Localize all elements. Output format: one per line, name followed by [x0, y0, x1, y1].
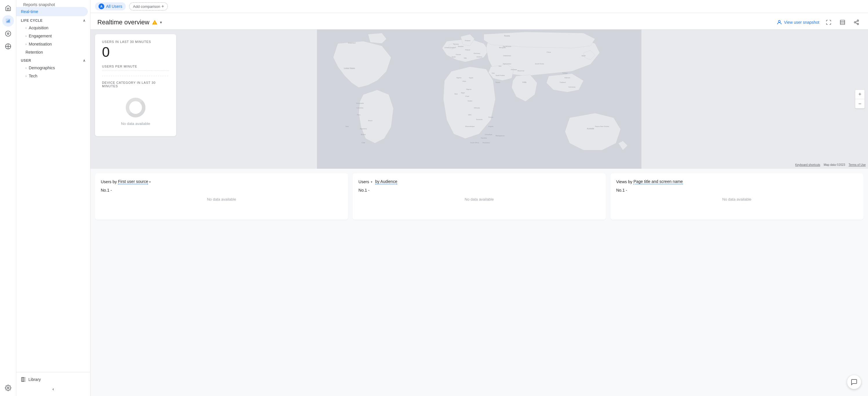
lifecycle-section[interactable]: Life cycle ∧	[16, 16, 90, 24]
view-snapshot-btn[interactable]: View user snapshot	[776, 20, 819, 25]
reports-icon-btn[interactable]	[2, 15, 14, 27]
chart-options-btn[interactable]	[838, 18, 847, 27]
demographics-chevron: ›	[26, 66, 26, 69]
svg-text:Germany: Germany	[473, 53, 480, 54]
engagement-chevron: ›	[26, 34, 26, 38]
card-3-no-data: No data available	[616, 192, 858, 206]
fullscreen-btn[interactable]	[824, 18, 833, 27]
svg-text:Uzbekistan: Uzbekistan	[503, 55, 511, 57]
keyboard-shortcuts-link[interactable]: Keyboard shortcuts	[795, 163, 820, 166]
svg-text:Egypt: Egypt	[469, 77, 473, 79]
content-header: Realtime overview ▾ View user snapshot	[90, 13, 868, 30]
card-3-row: No.1 -	[616, 188, 858, 192]
no-data-label: No data available	[121, 121, 150, 126]
svg-text:Peru: Peru	[357, 114, 361, 116]
avatar: A	[98, 3, 104, 9]
svg-text:Argentina: Argentina	[360, 128, 367, 129]
icon-bar	[0, 0, 16, 396]
add-comparison-btn[interactable]: Add comparison +	[129, 2, 168, 10]
page-title-link[interactable]: Page title and screen name	[633, 179, 683, 184]
svg-text:Poland: Poland	[465, 49, 470, 51]
all-users-chip[interactable]: A All Users	[95, 2, 126, 10]
svg-text:United States: United States	[344, 67, 355, 69]
tech-chevron: ›	[26, 74, 26, 78]
user-section[interactable]: User ∧	[16, 56, 90, 64]
map-attribution: Keyboard shortcuts Map data ©2023 Terms …	[795, 163, 866, 166]
sidebar-item-engagement[interactable]: › Engagement	[16, 32, 90, 40]
svg-text:China: China	[547, 51, 551, 53]
svg-text:Libya: Libya	[462, 80, 466, 82]
world-map-svg: Russia United States Germany France Pola…	[90, 30, 868, 169]
svg-text:Sudan: Sudan	[468, 100, 472, 102]
svg-point-10	[778, 20, 780, 22]
terms-of-use-link[interactable]: Terms of Use	[848, 163, 866, 166]
mini-chart	[102, 70, 169, 76]
svg-text:Iraq: Iraq	[492, 72, 495, 74]
svg-text:Saudi Arabia: Saudi Arabia	[495, 74, 505, 76]
page-title: Realtime overview ▾	[97, 19, 162, 26]
svg-text:Russia: Russia	[504, 35, 510, 37]
add-icon: +	[161, 4, 164, 9]
svg-text:Tanzania: Tanzania	[476, 119, 483, 120]
card-2-title: Users ▾ by Audience	[359, 179, 600, 184]
sidebar-item-acquisition[interactable]: › Acquisition	[16, 24, 90, 32]
sidebar-item-demographics[interactable]: › Demographics	[16, 64, 90, 72]
svg-text:Colombia: Colombia	[356, 107, 364, 109]
svg-text:Kenya: Kenya	[489, 116, 493, 118]
svg-rect-3	[9, 20, 9, 22]
zoom-out-btn[interactable]: −	[855, 99, 865, 109]
card-audience: Users ▾ by Audience No.1 - No data avail…	[352, 173, 606, 220]
stats-card: USERS IN LAST 30 MINUTES 0 USERS PER MIN…	[95, 34, 176, 136]
reports-snapshot-header: Reports snapshot	[16, 0, 90, 7]
map-container: Russia United States Germany France Pola…	[90, 30, 868, 169]
home-icon-btn[interactable]	[2, 2, 14, 14]
svg-text:South Korea: South Korea	[535, 63, 544, 65]
lifecycle-chevron-up: ∧	[83, 19, 86, 23]
card-1-no-data: No data available	[101, 192, 342, 206]
first-user-source-link[interactable]: First user source	[118, 179, 148, 184]
sidebar-library-item[interactable]: Library	[16, 374, 90, 385]
svg-rect-9	[23, 377, 24, 382]
donut-chart: No data available	[102, 91, 169, 130]
title-dropdown-arrow[interactable]: ▾	[160, 20, 162, 25]
svg-text:Indonesia: Indonesia	[568, 86, 576, 88]
chat-fab[interactable]	[847, 375, 861, 389]
sidebar-item-tech[interactable]: › Tech	[16, 72, 90, 80]
svg-point-15	[855, 22, 856, 23]
sidebar-item-monetisation[interactable]: › Monetisation	[16, 40, 90, 48]
svg-text:Norway: Norway	[454, 43, 459, 45]
sidebar-footer: Library ‹	[16, 372, 90, 396]
snapshot-person-icon	[776, 20, 782, 25]
zoom-in-btn[interactable]: +	[855, 90, 865, 99]
explore-icon-btn[interactable]	[2, 28, 14, 39]
collapse-chevron: ‹	[53, 387, 54, 391]
card-first-user-source: Users by First user source ▾ No.1 - No d…	[95, 173, 348, 220]
content-area: Realtime overview ▾ View user snapshot	[90, 13, 868, 396]
advertising-icon-btn[interactable]	[2, 40, 14, 52]
card-1-dropdown[interactable]: ▾	[149, 180, 151, 183]
card-2-users-dropdown[interactable]: ▾	[371, 180, 372, 183]
svg-text:Mongolia: Mongolia	[499, 47, 506, 49]
card-2-row: No.1 -	[359, 188, 600, 192]
audience-link[interactable]: by Audience	[375, 179, 397, 184]
chat-icon	[850, 378, 858, 386]
card-2-no-data: No data available	[359, 192, 600, 206]
svg-text:DRC: DRC	[468, 114, 472, 116]
chart-options-icon	[840, 20, 845, 25]
collapse-sidebar-btn[interactable]: ‹	[16, 385, 90, 394]
svg-text:Ukraine: Ukraine	[476, 56, 482, 58]
svg-text:Vietnam: Vietnam	[564, 77, 570, 79]
svg-text:Namibia: Namibia	[481, 137, 487, 139]
users-per-minute-label: USERS PER MINUTE	[102, 65, 169, 68]
sidebar-item-realtime[interactable]: Real-time	[16, 7, 88, 16]
library-icon	[21, 377, 26, 382]
svg-point-4	[5, 31, 10, 36]
svg-text:Sweden: Sweden	[458, 45, 464, 47]
settings-icon-btn[interactable]	[2, 382, 14, 394]
sidebar-item-retention[interactable]: Retention	[16, 48, 90, 56]
svg-text:Afghanistan: Afghanistan	[503, 63, 512, 65]
svg-text:Ethiopia: Ethiopia	[474, 107, 480, 109]
svg-text:Chile: Chile	[362, 142, 365, 144]
share-btn[interactable]	[852, 18, 861, 27]
svg-text:Türkiye: Türkiye	[562, 72, 567, 74]
